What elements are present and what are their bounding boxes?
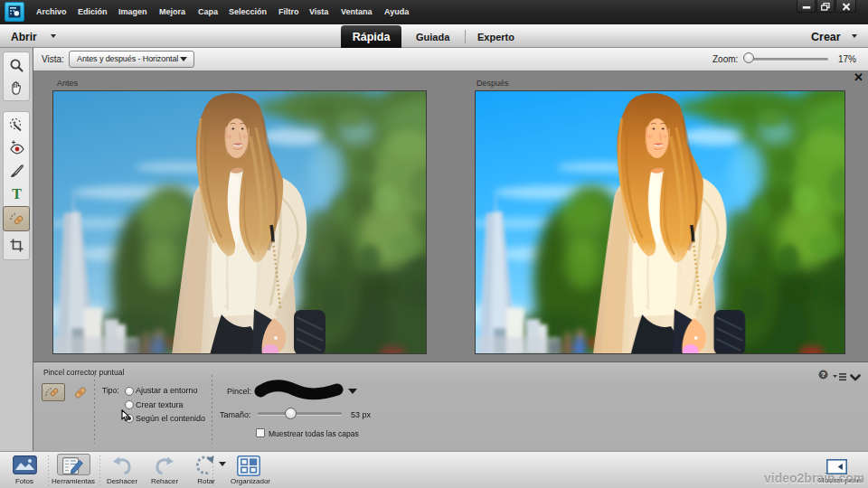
svg-text:?: ? (821, 371, 826, 379)
svg-text:T: T (12, 186, 22, 202)
